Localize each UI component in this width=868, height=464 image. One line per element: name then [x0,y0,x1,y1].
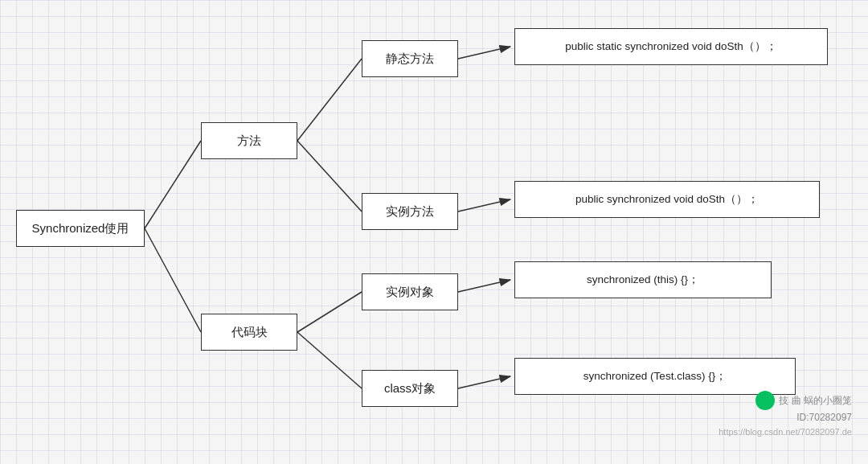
svg-line-7 [458,199,510,211]
static-code-node: public static synchronized void doSth（）； [514,28,828,65]
instance-obj-code-node: synchronized (this) {}； [514,261,772,298]
svg-line-4 [297,292,362,332]
diagram: Synchronized使用 方法 代码块 静态方法 实例方法 实例对象 cla… [0,0,868,464]
codeblock-node: 代码块 [201,314,297,351]
svg-line-0 [145,141,201,228]
instance-obj-node: 实例对象 [362,273,458,310]
watermark-line1: 技 曲 蜗的小圈笼 [779,393,852,409]
svg-line-2 [297,59,362,141]
root-node: Synchronized使用 [16,210,145,247]
watermark: 技 曲 蜗的小圈笼 ID:70282097 https://blog.csdn.… [719,391,852,440]
instance-code-node: public synchronized void doSth（）； [514,181,820,218]
svg-line-3 [297,141,362,211]
method-node: 方法 [201,122,297,159]
watermark-line2: ID:70282097 [719,410,852,425]
static-method-node: 静态方法 [362,40,458,77]
svg-line-5 [297,332,362,388]
svg-line-8 [458,280,510,292]
svg-line-1 [145,228,201,332]
watermark-url: https://blog.csdn.net/70282097.de [719,425,852,440]
class-obj-code-node: synchronized (Test.class) {}； [514,358,796,395]
instance-method-node: 实例方法 [362,193,458,230]
class-obj-node: class对象 [362,370,458,407]
svg-line-9 [458,376,510,388]
svg-line-6 [458,47,510,59]
watermark-icon [755,391,775,410]
